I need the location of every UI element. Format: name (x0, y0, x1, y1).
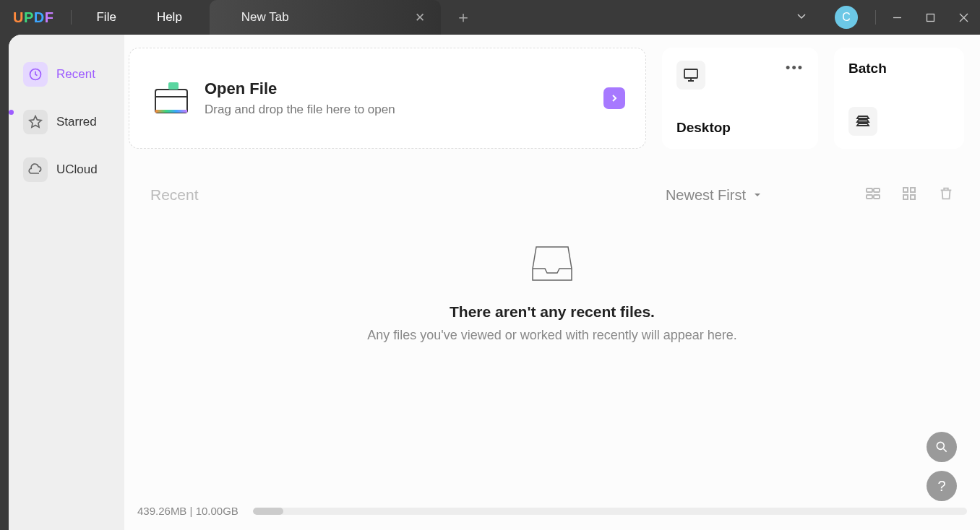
storage-bar: 439.26MB | 10.00GB (137, 505, 967, 517)
grid-view-icon[interactable] (898, 182, 921, 208)
main-area: Open File Drag and drop the file here to… (124, 35, 980, 530)
clock-icon (23, 62, 48, 87)
sidebar-item-label: UCloud (56, 162, 98, 177)
star-icon (23, 110, 48, 134)
indicator-dot (9, 110, 14, 115)
user-avatar[interactable]: C (835, 6, 858, 29)
sort-dropdown[interactable]: Newest First (666, 187, 762, 204)
list-view-icon[interactable] (861, 182, 885, 208)
tab-label: New Tab (241, 10, 289, 25)
help-button[interactable]: ? (927, 471, 957, 501)
chevron-right-icon[interactable] (603, 87, 625, 109)
open-file-card[interactable]: Open File Drag and drop the file here to… (129, 48, 646, 149)
tab-new[interactable]: New Tab ✕ (210, 0, 441, 35)
close-icon[interactable]: ✕ (409, 7, 431, 28)
menu-help[interactable]: Help (137, 10, 202, 25)
trash-icon[interactable] (938, 186, 954, 204)
empty-subtitle: Any files you've viewed or worked with r… (367, 328, 737, 343)
chevron-down-icon[interactable] (781, 10, 822, 25)
sidebar-item-starred[interactable]: Starred (16, 103, 117, 142)
sidebar-item-recent[interactable]: Recent (16, 55, 117, 94)
storage-track (253, 508, 967, 515)
app-logo: UPDF (0, 9, 66, 26)
caret-down-icon (753, 191, 762, 199)
svg-rect-16 (911, 195, 915, 199)
card-title: Desktop (676, 120, 804, 136)
svg-rect-6 (155, 110, 187, 113)
empty-title: There aren't any recent files. (450, 303, 655, 321)
svg-rect-13 (903, 188, 908, 192)
svg-rect-11 (867, 195, 872, 199)
sidebar-item-ucloud[interactable]: UCloud (16, 150, 117, 189)
svg-rect-12 (874, 195, 880, 199)
svg-rect-10 (874, 188, 880, 192)
desktop-card[interactable]: ••• Desktop (662, 48, 818, 149)
titlebar: UPDF File Help New Tab ✕ ＋ C (0, 0, 980, 35)
recent-header: Recent Newest First (124, 149, 980, 217)
svg-rect-9 (867, 188, 872, 192)
batch-card[interactable]: Batch (834, 48, 964, 149)
recent-title: Recent (150, 186, 199, 204)
app-body: Recent Starred UCloud (9, 35, 980, 530)
svg-rect-15 (903, 195, 908, 199)
open-file-subtitle: Drag and drop the file here to open (205, 103, 395, 117)
storage-text: 439.26MB | 10.00GB (137, 505, 238, 517)
batch-icon (848, 107, 877, 136)
svg-rect-7 (168, 82, 179, 90)
empty-state: There aren't any recent files. Any files… (124, 217, 980, 343)
close-button[interactable] (947, 0, 980, 35)
folder-icon (151, 78, 192, 118)
storage-fill (253, 508, 283, 515)
divider (875, 10, 876, 25)
sidebar-item-label: Starred (56, 115, 97, 129)
divider (71, 10, 72, 25)
svg-point-17 (937, 442, 944, 449)
menu-file[interactable]: File (76, 10, 136, 25)
maximize-button[interactable] (914, 0, 947, 35)
card-title: Batch (848, 61, 950, 77)
add-tab-button[interactable]: ＋ (441, 6, 486, 28)
inbox-icon (530, 244, 574, 286)
top-cards: Open File Drag and drop the file here to… (124, 48, 980, 149)
sort-label: Newest First (666, 187, 746, 204)
more-icon[interactable]: ••• (786, 61, 804, 76)
sidebar: Recent Starred UCloud (9, 35, 124, 530)
cloud-icon (23, 157, 48, 182)
search-button[interactable] (927, 432, 957, 462)
svg-rect-14 (911, 188, 915, 192)
svg-rect-1 (927, 14, 934, 21)
open-file-title: Open File (205, 79, 395, 98)
minimize-button[interactable] (880, 0, 914, 35)
sidebar-item-label: Recent (56, 67, 95, 82)
svg-rect-8 (684, 69, 697, 78)
desktop-icon (676, 61, 705, 90)
svg-rect-5 (155, 90, 187, 113)
